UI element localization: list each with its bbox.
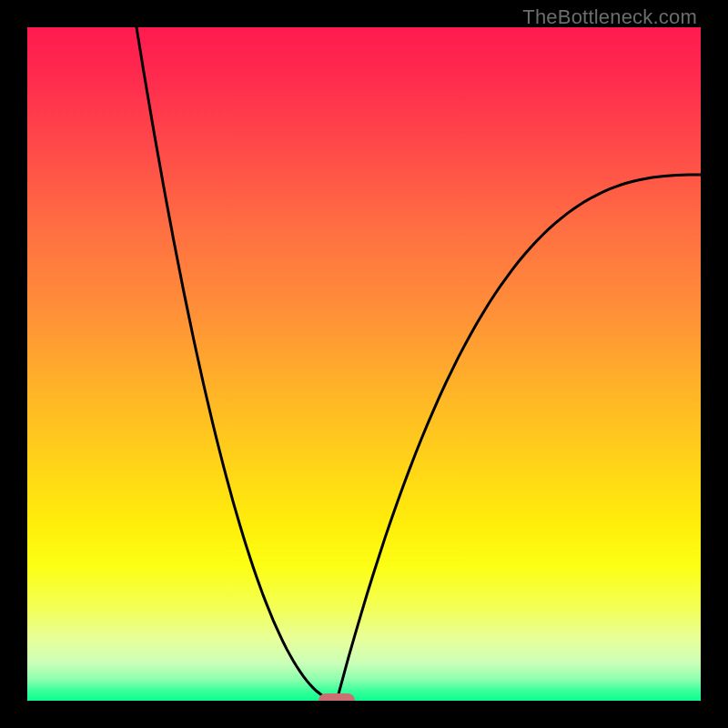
chart-frame: TheBottleneck.com	[0, 0, 728, 728]
optimum-marker	[318, 693, 355, 701]
bottleneck-curve	[27, 27, 701, 701]
watermark-text: TheBottleneck.com	[522, 5, 697, 29]
plot-area	[27, 27, 701, 701]
